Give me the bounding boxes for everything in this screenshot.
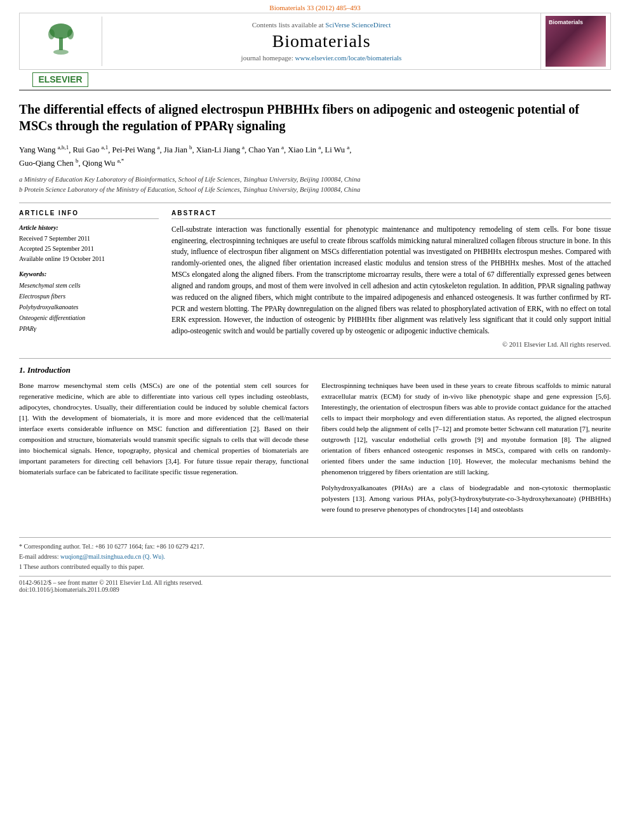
svg-point-3 — [53, 50, 69, 55]
sciverse-line: Contents lists available at SciVerse Sci… — [109, 21, 534, 29]
elsevier-section: ELSEVIER — [19, 70, 611, 91]
header-center: Contents lists available at SciVerse Sci… — [102, 16, 540, 67]
affiliation-b: b Protein Science Laboratory of the Mini… — [19, 185, 611, 195]
keyword-5: PPARγ — [19, 323, 159, 334]
intro-left-col: Bone marrow mesenchymal stem cells (MSCs… — [19, 380, 309, 521]
intro-left-text: Bone marrow mesenchymal stem cells (MSCs… — [19, 380, 309, 477]
history-label: Article history: — [19, 224, 159, 231]
svg-rect-2 — [59, 37, 63, 50]
available-date: Available online 19 October 2011 — [19, 254, 159, 264]
sciverse-link[interactable]: SciVerse ScienceDirect — [325, 21, 391, 29]
footer-notes: * Corresponding author. Tel.: +86 10 627… — [19, 542, 611, 572]
journal-top-bar: Biomaterials 33 (2012) 485–493 — [0, 0, 630, 13]
biomaterials-logo: Biomaterials — [546, 16, 606, 67]
info-abstract-row: ARTICLE INFO Article history: Received 7… — [19, 210, 611, 348]
article-info-col: ARTICLE INFO Article history: Received 7… — [19, 210, 159, 348]
elsevier-logo-inner: ELSEVIER — [32, 72, 88, 87]
intro-right-text: Electrospinning techniques have been use… — [321, 380, 611, 516]
abstract-col: ABSTRACT Cell-substrate interaction was … — [171, 210, 611, 348]
elsevier-tree-icon — [32, 22, 90, 60]
authors-line: Yang Wang a,b,1, Rui Gao a,1, Pei-Pei Wa… — [19, 143, 611, 170]
header-right-logo: Biomaterials — [540, 13, 610, 69]
keywords-label: Keywords: — [19, 270, 159, 277]
article-title: The differential effects of aligned elec… — [19, 101, 611, 134]
main-content: The differential effects of aligned elec… — [19, 91, 611, 531]
journal-header: Contents lists available at SciVerse Sci… — [19, 13, 611, 70]
journal-title: Biomaterials — [109, 31, 534, 51]
elsevier-logo-wrap: ELSEVIER — [19, 72, 102, 87]
journal-homepage: journal homepage: www.elsevier.com/locat… — [109, 54, 534, 62]
accepted-date: Accepted 25 September 2011 — [19, 244, 159, 254]
copyright-line: © 2011 Elsevier Ltd. All rights reserved… — [171, 341, 611, 348]
received-date: Received 7 September 2011 — [19, 234, 159, 244]
email-line: E-mail address: wuqiong@mail.tsinghua.ed… — [19, 552, 611, 562]
abstract-label: ABSTRACT — [171, 210, 611, 219]
keyword-3: Polyhydroxyalkanoates — [19, 302, 159, 312]
affiliations: a Ministry of Education Key Laboratory o… — [19, 175, 611, 195]
svg-point-5 — [67, 29, 74, 39]
email-address[interactable]: wuqiong@mail.tsinghua.edu.cn (Q. Wu). — [60, 553, 165, 560]
biomaterials-logo-text: Biomaterials — [549, 19, 583, 25]
elsevier-name: ELSEVIER — [38, 74, 82, 84]
abstract-text: Cell-substrate interaction was functiona… — [171, 224, 611, 337]
equal-contrib: 1 These authors contributed equally to t… — [19, 562, 611, 572]
divider-2 — [19, 358, 611, 359]
email-label: E-mail address: — [19, 553, 58, 560]
article-info-label: ARTICLE INFO — [19, 210, 159, 219]
keyword-4: Osteogenic differentiation — [19, 312, 159, 323]
section-heading: 1. Introduction — [19, 365, 611, 375]
doi-line: doi:10.1016/j.biomaterials.2011.09.089 — [19, 586, 611, 593]
issn-line: 0142-9612/$ – see front matter © 2011 El… — [19, 579, 611, 586]
corresponding-note: * Corresponding author. Tel.: +86 10 627… — [19, 542, 611, 552]
affiliation-a: a Ministry of Education Key Laboratory o… — [19, 175, 611, 185]
footer-divider — [19, 537, 611, 538]
svg-point-4 — [48, 29, 55, 39]
footer-bottom: 0142-9612/$ – see front matter © 2011 El… — [19, 576, 611, 593]
journal-citation: Biomaterials 33 (2012) 485–493 — [269, 4, 360, 11]
body-two-col: Bone marrow mesenchymal stem cells (MSCs… — [19, 380, 611, 521]
header-left-logo — [20, 17, 102, 66]
divider-1 — [19, 203, 611, 203]
introduction-section: 1. Introduction Bone marrow mesenchymal … — [19, 365, 611, 521]
intro-right-col: Electrospinning techniques have been use… — [321, 380, 611, 521]
keyword-2: Electrospun fibers — [19, 291, 159, 302]
homepage-url[interactable]: www.elsevier.com/locate/biomaterials — [295, 54, 402, 62]
keyword-1: Mesenchymal stem cells — [19, 280, 159, 291]
